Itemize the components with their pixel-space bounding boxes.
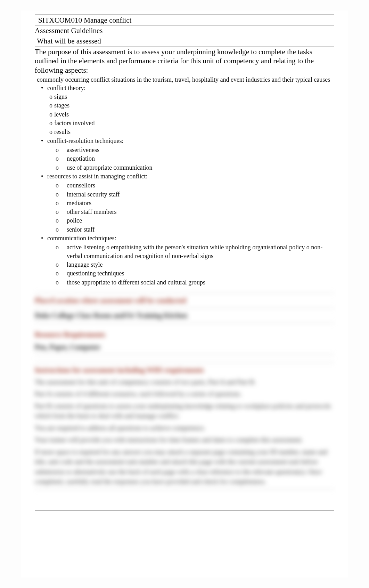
sub-text: mediators (67, 199, 91, 207)
sub-heading: What will be assessed (37, 37, 334, 46)
blur-para-6: If more space is required for any answer… (35, 447, 334, 487)
sub-item: othose appropriate to different social a… (56, 278, 334, 287)
bullet-item: resources to assist in managing conflict… (41, 172, 334, 180)
blur-heading-1: Place/Location where assessment will be … (35, 295, 334, 306)
bullet-label: resources to assist in managing conflict… (47, 173, 147, 180)
sub-marker: o (56, 269, 67, 277)
blur-heading-2: Duke College Class Room and/Or Training … (35, 310, 334, 321)
blur-para-3: Part B consists of questions to assess y… (35, 401, 334, 421)
sub-item: opolice (56, 216, 334, 225)
sub-marker: o (56, 225, 67, 234)
sub-marker: o (56, 146, 67, 154)
sub-item: oactive listening o empathising with the… (56, 243, 334, 260)
sub-item: oresults (49, 128, 334, 136)
sub-list: osignsostagesolevelsofactors involvedore… (49, 92, 334, 136)
sub-text: counsellors (67, 181, 95, 190)
sub-item: osenior staff (56, 225, 334, 234)
sub-item: oother staff members (56, 208, 334, 216)
sub-item: ostages (49, 101, 334, 110)
sub-text: assertiveness (67, 146, 99, 154)
sub-text: internal security staff (67, 190, 120, 199)
sub-text: active listening o empathising with the … (67, 243, 334, 260)
sub-item: oassertiveness (56, 146, 334, 154)
sub-text: senior staff (67, 225, 95, 234)
sub-marker: o (56, 278, 67, 287)
blur-para-5: Your trainer will provide you with instr… (35, 435, 334, 445)
purpose-text: The purpose of this assessment is to ass… (35, 47, 334, 75)
sub-text: police (67, 216, 82, 225)
sub-item: ointernal security staff (56, 190, 334, 199)
blur-para-2: Part A consists of 4 different scenarios… (35, 389, 334, 399)
sub-marker: o (56, 154, 67, 163)
sub-item: ofactors involved (49, 119, 334, 127)
sub-marker: o (49, 101, 54, 110)
bullet-label: conflict theory: (47, 84, 85, 91)
sub-marker: o (49, 110, 54, 119)
sub-text: factors involved (54, 119, 95, 127)
sub-text: questioning techniques (67, 269, 124, 277)
sub-item: olanguage style (56, 260, 334, 269)
sub-marker: o (56, 260, 67, 269)
sub-marker: o (49, 119, 54, 127)
sub-marker: o (56, 199, 67, 207)
bullet-item: communication techniques: (41, 234, 334, 242)
sub-marker: o (56, 208, 67, 216)
bullet-label: conflict-resolution techniques: (47, 137, 123, 144)
sub-item: olevels (49, 110, 334, 119)
sub-list: oactive listening o empathising with the… (56, 243, 334, 286)
sub-marker: o (56, 163, 67, 172)
sub-item: onegotiation (56, 154, 334, 163)
sub-marker: o (56, 243, 67, 260)
sub-text: signs (54, 92, 67, 101)
blur-heading-5: Instructions for assessment including WH… (35, 365, 334, 375)
sub-item: osigns (49, 92, 334, 101)
sub-list: ocounsellorsointernal security staffomed… (56, 181, 334, 234)
intro-line: commonly occurring conflict situations i… (37, 76, 334, 83)
bullet-label: communication techniques: (47, 235, 116, 242)
sub-item: omediators (56, 199, 334, 207)
blur-heading-3: Resource Requirements (35, 329, 334, 340)
bullet-item: conflict-resolution techniques: (41, 137, 334, 145)
sub-text: stages (54, 101, 69, 110)
sub-item: oquestioning techniques (56, 269, 334, 277)
sub-marker: o (49, 128, 54, 136)
bullet-item: conflict theory:osignsostagesolevelsofac… (41, 84, 334, 136)
blur-para-4: You are required to address all question… (35, 423, 334, 433)
blur-para-1: The assessment for this unit of competen… (35, 377, 334, 387)
sub-text: use of appropriate communication (67, 163, 152, 172)
sub-marker: o (56, 181, 67, 190)
sub-text: negotiation (67, 154, 95, 163)
bullet-list: conflict theory:osignsostagesolevelsofac… (41, 84, 334, 287)
sub-list: oassertivenessonegotiationouse of approp… (56, 146, 334, 172)
sub-text: language style (67, 260, 102, 269)
section-heading: Assessment Guidelines (35, 26, 334, 35)
sub-text: results (54, 128, 71, 136)
sub-text: levels (54, 110, 69, 119)
sub-marker: o (56, 216, 67, 225)
sub-item: ouse of appropriate communication (56, 163, 334, 172)
unit-title: SITXCOM010 Manage conflict (38, 16, 334, 25)
sub-text: other staff members (67, 208, 117, 216)
sub-marker: o (49, 92, 54, 101)
sub-text: those appropriate to different social an… (67, 278, 205, 287)
sub-item: ocounsellors (56, 181, 334, 190)
sub-marker: o (56, 190, 67, 199)
blurred-content: Place/Location where assessment will be … (35, 293, 334, 489)
blur-heading-4: Pen, Paper, Computer (35, 342, 334, 352)
